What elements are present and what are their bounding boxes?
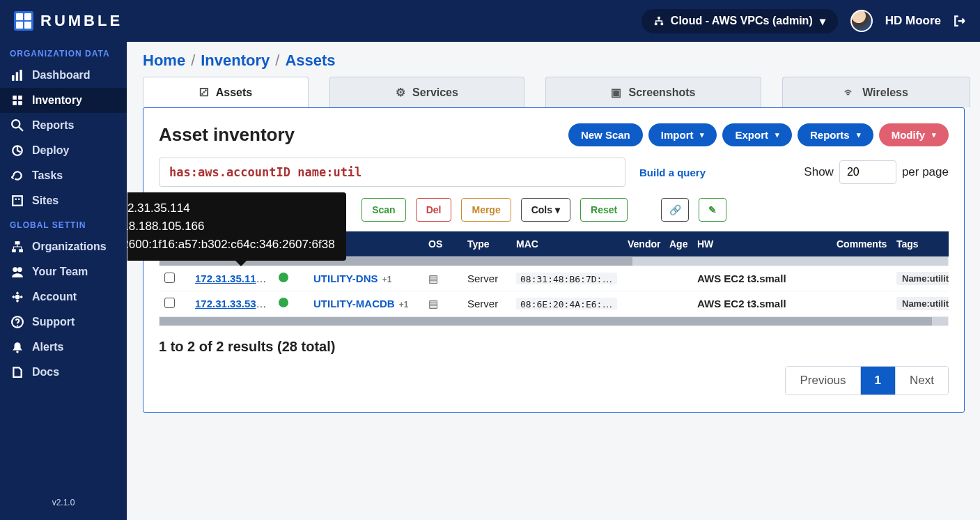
breadcrumb-home[interactable]: Home xyxy=(143,52,185,69)
tag[interactable]: Name:utility-dns xyxy=(896,272,949,285)
page-current[interactable]: 1 xyxy=(861,367,896,395)
app-logo[interactable]: RUMBLE xyxy=(14,11,123,31)
sidebar-item-sites[interactable]: Sites xyxy=(0,188,127,213)
svg-rect-4 xyxy=(16,72,18,81)
tab-screenshots[interactable]: ▣Screenshots xyxy=(545,77,761,107)
sidebar-section-org: ORGANIZATION DATA xyxy=(0,42,127,63)
modify-button[interactable]: Modify xyxy=(879,123,949,146)
svg-rect-9 xyxy=(18,101,22,105)
svg-rect-6 xyxy=(13,95,17,100)
page-previous[interactable]: Previous xyxy=(786,367,860,395)
th-type[interactable]: Type xyxy=(462,238,511,250)
tooltip-line: 172.31.35.114 xyxy=(127,199,335,217)
search-input[interactable] xyxy=(159,158,625,187)
table-row[interactable]: 172.31.33.53 +2UTILITY-MACDB +1▤Server08… xyxy=(159,291,949,316)
sidebar-item-account[interactable]: Account xyxy=(0,284,127,309)
status-up-icon xyxy=(279,298,288,307)
row-checkbox[interactable] xyxy=(164,273,175,283)
tab-services[interactable]: ⚙Services xyxy=(329,77,524,107)
del-button[interactable]: Del xyxy=(416,198,452,222)
team-icon xyxy=(11,266,24,278)
svg-point-18 xyxy=(13,267,17,272)
edit-icon-button[interactable]: ✎ xyxy=(699,198,726,222)
organizations-icon xyxy=(11,240,24,253)
inventory-icon xyxy=(11,94,24,107)
asset-name-link[interactable]: UTILITY-MACDB xyxy=(313,298,395,309)
breadcrumb-inventory[interactable]: Inventory xyxy=(201,52,270,69)
asset-ip-link[interactable]: 172.31.33.53 xyxy=(195,298,267,309)
show-label: Show xyxy=(804,165,834,179)
sidebar-item-deploy[interactable]: Deploy xyxy=(0,138,127,163)
sidebar-item-label: Your Team xyxy=(32,266,88,278)
sitemap-icon: ⚂ xyxy=(199,86,209,99)
reports-button[interactable]: Reports xyxy=(798,123,873,146)
th-mac[interactable]: MAC xyxy=(511,238,622,250)
username: HD Moore xyxy=(885,14,941,28)
import-button[interactable]: Import xyxy=(648,123,717,146)
svg-rect-3 xyxy=(12,75,14,81)
reset-button[interactable]: Reset xyxy=(580,198,628,222)
status-up-icon xyxy=(279,273,288,282)
avatar[interactable] xyxy=(850,10,873,32)
sidebar-item-alerts[interactable]: Alerts xyxy=(0,335,127,360)
sidebar-item-label: Sites xyxy=(32,194,59,207)
org-switcher[interactable]: Cloud - AWS VPCs (admin) ▾ xyxy=(641,9,838,33)
th-comments[interactable]: Comments xyxy=(831,238,891,250)
sidebar-item-dashboard[interactable]: Dashboard xyxy=(0,63,127,88)
svg-point-10 xyxy=(12,120,20,128)
th-os[interactable]: OS xyxy=(423,238,462,250)
per-page-input[interactable] xyxy=(839,160,896,184)
tab-label: Assets xyxy=(216,86,252,99)
svg-point-23 xyxy=(16,351,18,353)
sidebar-item-your-team[interactable]: Your Team xyxy=(0,259,127,284)
tab-wireless[interactable]: ᯤWireless xyxy=(782,77,970,107)
new-scan-button[interactable]: New Scan xyxy=(568,123,643,146)
breadcrumb-assets[interactable]: Assets xyxy=(285,52,335,69)
svg-rect-14 xyxy=(18,199,20,200)
th-tags[interactable]: Tags xyxy=(891,238,949,250)
merge-button[interactable]: Merge xyxy=(461,198,511,222)
sidebar-item-label: Account xyxy=(32,291,77,303)
asset-table: 172.31.35.114 * 18.188.105.166 * 2600:1f… xyxy=(159,231,949,326)
sidebar-item-organizations[interactable]: Organizations xyxy=(0,234,127,259)
asset-name-link[interactable]: UTILITY-DNS xyxy=(313,273,378,284)
signout-icon[interactable] xyxy=(954,15,966,27)
sidebar-item-docs[interactable]: Docs xyxy=(0,360,127,385)
tab-label: Screenshots xyxy=(628,86,695,99)
main-content: Home/Inventory/Assets ⚂Assets⚙Services▣S… xyxy=(127,42,980,520)
page-next[interactable]: Next xyxy=(896,367,948,395)
wifi-icon: ᯤ xyxy=(844,86,855,99)
table-row[interactable]: 172.31.35.114 +2UTILITY-DNS +1▤Server08:… xyxy=(159,266,949,291)
svg-rect-17 xyxy=(19,249,23,252)
export-button[interactable]: Export xyxy=(722,123,792,146)
asset-hw: AWS EC2 t3.small xyxy=(692,298,831,309)
svg-rect-0 xyxy=(658,17,660,20)
svg-rect-13 xyxy=(15,199,17,200)
svg-rect-7 xyxy=(18,95,22,100)
scan-button[interactable]: Scan xyxy=(361,198,405,222)
tag[interactable]: Name:utility-... xyxy=(896,297,949,310)
sidebar-item-label: Dashboard xyxy=(32,69,91,82)
asset-ip-link[interactable]: 172.31.35.114 xyxy=(195,273,267,284)
tab-assets[interactable]: ⚂Assets xyxy=(143,77,309,107)
sidebar-item-tasks[interactable]: Tasks xyxy=(0,163,127,188)
h-scrollbar-bottom[interactable] xyxy=(159,316,949,326)
app-name: RUMBLE xyxy=(40,12,123,30)
build-query-link[interactable]: Build a query xyxy=(639,167,706,178)
ip-extra-count: +2 xyxy=(266,275,273,284)
th-vendor[interactable]: Vendor xyxy=(622,238,664,250)
th-age[interactable]: Age xyxy=(664,238,692,250)
sidebar-item-support[interactable]: Support xyxy=(0,309,127,335)
th-hw[interactable]: HW xyxy=(692,238,831,250)
cols-button[interactable]: Cols ▾ xyxy=(521,198,570,222)
tab-label: Wireless xyxy=(862,86,908,99)
asset-tags: Name:utility-dnsgroup:prod xyxy=(891,272,949,285)
asset-type: Server xyxy=(462,298,511,309)
row-checkbox[interactable] xyxy=(164,298,175,308)
breadcrumb: Home/Inventory/Assets xyxy=(127,42,980,71)
sidebar-item-label: Docs xyxy=(32,366,59,378)
sidebar-item-reports[interactable]: Reports xyxy=(0,113,127,138)
link-icon-button[interactable]: 🔗 xyxy=(661,198,689,222)
sidebar-item-inventory[interactable]: Inventory xyxy=(0,88,127,113)
tasks-icon xyxy=(11,169,24,182)
